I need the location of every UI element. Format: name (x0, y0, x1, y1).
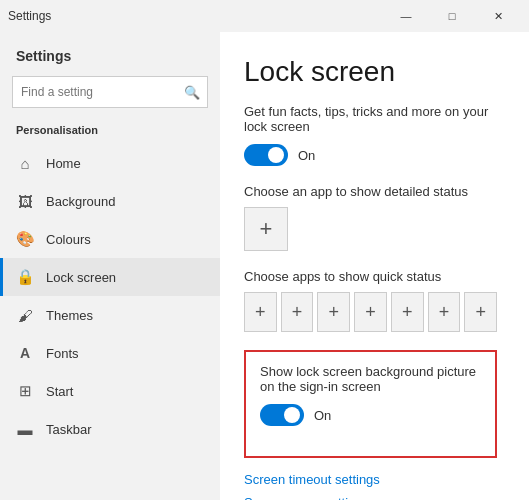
sign-in-screen-desc: Show lock screen background picture on t… (260, 364, 481, 394)
sidebar-item-label-start: Start (46, 384, 73, 399)
sign-in-toggle[interactable] (260, 404, 304, 426)
minimize-button[interactable]: — (383, 0, 429, 32)
maximize-button[interactable]: □ (429, 0, 475, 32)
main-panel: Lock screen Get fun facts, tips, tricks … (220, 32, 529, 500)
home-icon: ⌂ (16, 154, 34, 172)
sign-in-screen-highlight-box: Show lock screen background picture on t… (244, 350, 497, 458)
search-box: 🔍 (12, 76, 208, 108)
sign-in-toggle-label: On (314, 408, 331, 423)
sidebar-item-home[interactable]: ⌂ Home (0, 144, 220, 182)
fun-facts-toggle[interactable] (244, 144, 288, 166)
colours-icon: 🎨 (16, 230, 34, 248)
sidebar-item-start[interactable]: ⊞ Start (0, 372, 220, 410)
sidebar-app-title: Settings (0, 40, 220, 76)
sign-in-toggle-knob (284, 407, 300, 423)
toggle-knob (268, 147, 284, 163)
quick-status-row: + + + + + + + (244, 292, 497, 332)
sidebar-item-taskbar[interactable]: ▬ Taskbar (0, 410, 220, 448)
sidebar-item-themes[interactable]: 🖌 Themes (0, 296, 220, 334)
sidebar-item-label-home: Home (46, 156, 81, 171)
screen-saver-link[interactable]: Screen saver settings (244, 495, 497, 500)
titlebar: Settings — □ ✕ (0, 0, 529, 32)
page-title: Lock screen (244, 56, 497, 88)
sidebar-item-label-fonts: Fonts (46, 346, 79, 361)
detailed-status-desc: Choose an app to show detailed status (244, 184, 497, 199)
titlebar-controls: — □ ✕ (383, 0, 521, 32)
sign-in-toggle-row: On (260, 404, 481, 426)
fun-facts-toggle-label: On (298, 148, 315, 163)
quick-status-btn-1[interactable]: + (244, 292, 277, 332)
sidebar-item-lock-screen[interactable]: 🔒 Lock screen (0, 258, 220, 296)
quick-status-btn-5[interactable]: + (391, 292, 424, 332)
sidebar-item-label-taskbar: Taskbar (46, 422, 92, 437)
sidebar-item-label-themes: Themes (46, 308, 93, 323)
quick-status-btn-4[interactable]: + (354, 292, 387, 332)
search-icon: 🔍 (184, 85, 200, 100)
fonts-icon: A (16, 344, 34, 362)
quick-status-desc: Choose apps to show quick status (244, 269, 497, 284)
taskbar-icon: ▬ (16, 420, 34, 438)
sidebar-item-label-colours: Colours (46, 232, 91, 247)
sidebar: Settings 🔍 Personalisation ⌂ Home 🖼 Back… (0, 32, 220, 500)
quick-status-btn-2[interactable]: + (281, 292, 314, 332)
screen-timeout-link[interactable]: Screen timeout settings (244, 472, 497, 487)
personalisation-label: Personalisation (0, 120, 220, 144)
search-input[interactable] (12, 76, 208, 108)
titlebar-title: Settings (8, 9, 383, 23)
close-button[interactable]: ✕ (475, 0, 521, 32)
sidebar-item-colours[interactable]: 🎨 Colours (0, 220, 220, 258)
quick-status-btn-7[interactable]: + (464, 292, 497, 332)
lock-screen-icon: 🔒 (16, 268, 34, 286)
sidebar-item-fonts[interactable]: A Fonts (0, 334, 220, 372)
sidebar-item-label-background: Background (46, 194, 115, 209)
fun-facts-toggle-row: On (244, 144, 497, 166)
quick-status-btn-3[interactable]: + (317, 292, 350, 332)
themes-icon: 🖌 (16, 306, 34, 324)
start-icon: ⊞ (16, 382, 34, 400)
app-container: Settings 🔍 Personalisation ⌂ Home 🖼 Back… (0, 32, 529, 500)
sidebar-item-label-lock-screen: Lock screen (46, 270, 116, 285)
fun-facts-desc: Get fun facts, tips, tricks and more on … (244, 104, 497, 134)
add-detailed-status-button[interactable]: + (244, 207, 288, 251)
background-icon: 🖼 (16, 192, 34, 210)
quick-status-btn-6[interactable]: + (428, 292, 461, 332)
sidebar-item-background[interactable]: 🖼 Background (0, 182, 220, 220)
